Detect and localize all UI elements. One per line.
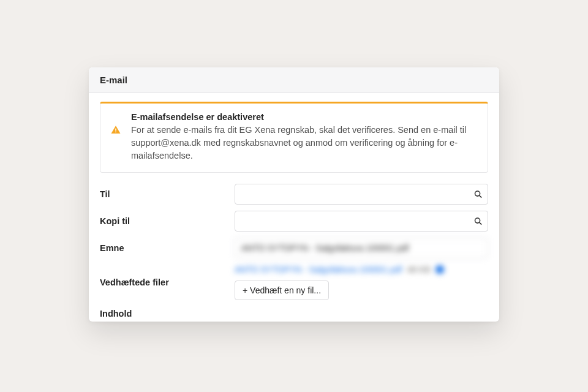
modal-title: E-mail xyxy=(100,75,488,85)
search-icon[interactable] xyxy=(473,217,483,226)
svg-line-5 xyxy=(480,222,481,224)
warning-text: E-mailafsendelse er deaktiveret For at s… xyxy=(131,112,478,162)
svg-rect-1 xyxy=(115,132,116,133)
attachment-action-icon[interactable] xyxy=(435,265,444,274)
content-label: Indhold xyxy=(100,309,235,318)
search-icon[interactable] xyxy=(473,190,483,199)
email-modal: E-mail E-mailafsendelse er deaktiveret F… xyxy=(89,67,499,322)
warning-icon xyxy=(110,124,121,135)
svg-rect-0 xyxy=(115,129,116,131)
subject-row: Emne xyxy=(100,238,488,258)
svg-point-4 xyxy=(475,218,480,223)
to-label: Til xyxy=(100,189,235,199)
attach-new-file-button[interactable]: + Vedhæft en ny fil... xyxy=(235,281,329,300)
svg-point-2 xyxy=(475,191,480,196)
to-input[interactable] xyxy=(235,184,488,205)
warning-body: For at sende e-mails fra dit EG Xena reg… xyxy=(131,124,478,162)
warning-title: E-mailafsendelse er deaktiveret xyxy=(131,112,478,122)
to-row: Til xyxy=(100,184,488,205)
svg-line-3 xyxy=(480,195,481,197)
subject-label: Emne xyxy=(100,243,235,253)
content-row: Indhold xyxy=(100,309,488,318)
attachment-size: 48 KB xyxy=(407,265,430,274)
modal-header: E-mail xyxy=(89,67,499,93)
warning-alert: E-mailafsendelse er deaktiveret For at s… xyxy=(100,102,488,173)
cc-label: Kopi til xyxy=(100,216,235,226)
attachment-name[interactable]: ANTO SYTOPYN - Salgsfaktura 100001.pdf xyxy=(235,265,402,274)
modal-body: E-mailafsendelse er deaktiveret For at s… xyxy=(89,93,499,318)
attachments-label: Vedhæftede filer xyxy=(100,277,235,287)
cc-row: Kopi til xyxy=(100,211,488,232)
attachment-item: ANTO SYTOPYN - Salgsfaktura 100001.pdf 4… xyxy=(235,265,444,274)
attachments-row: Vedhæftede filer ANTO SYTOPYN - Salgsfak… xyxy=(100,265,488,300)
cc-input[interactable] xyxy=(235,211,488,232)
subject-input[interactable] xyxy=(235,238,488,258)
